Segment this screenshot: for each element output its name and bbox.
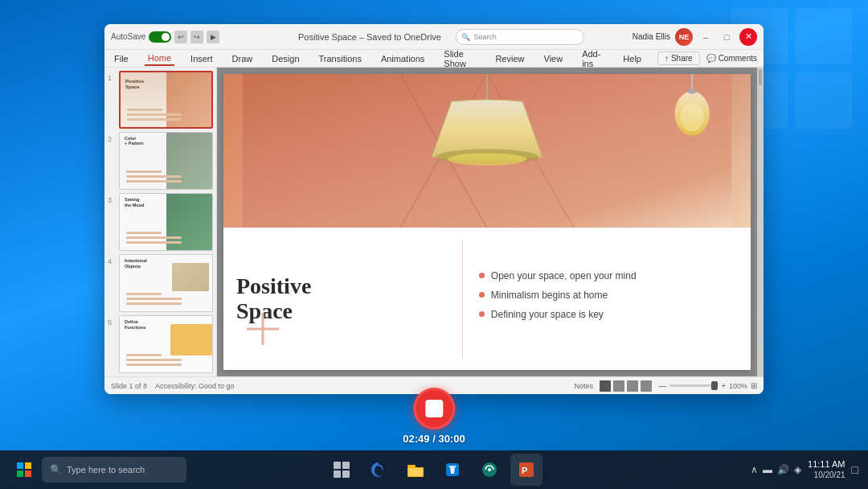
- slide-num-4: 4: [108, 257, 116, 265]
- bullet-text-3: Defining your space is key: [491, 309, 604, 320]
- slide-view: Positive Space: [217, 68, 764, 376]
- tab-file[interactable]: File: [111, 52, 132, 65]
- notes-button[interactable]: Notes: [575, 382, 594, 390]
- slide-thumbnail-1[interactable]: PositiveSpace: [119, 71, 213, 129]
- svg-rect-20: [25, 471, 31, 477]
- desktop: AutoSave ↩ ↪ ▶ Positive Space – Saved to…: [0, 0, 868, 489]
- slide-scrollbar[interactable]: [757, 68, 764, 376]
- slide-photo: [223, 74, 751, 228]
- slide-thumb-3[interactable]: 3 Settingthe Mood: [108, 193, 213, 251]
- tab-insert[interactable]: Insert: [187, 52, 216, 65]
- window-title: Positive Space – Saved to OneDrive: [284, 32, 457, 42]
- system-clock[interactable]: 11:11 AM 10/20/21: [808, 459, 845, 479]
- volume-icon[interactable]: ◈: [794, 464, 801, 475]
- slide-thumb-5[interactable]: 5 DefineFunctions: [108, 315, 213, 373]
- chevron-up-icon[interactable]: ∧: [751, 464, 758, 475]
- reading-view-icon[interactable]: [641, 380, 652, 392]
- taskbar-store[interactable]: [436, 454, 469, 486]
- zoom-in-icon[interactable]: +: [721, 381, 726, 390]
- clock-date: 10/20/21: [808, 471, 845, 480]
- minimize-button[interactable]: –: [698, 29, 714, 45]
- tab-view[interactable]: View: [541, 52, 567, 65]
- slide-thumbnail-4[interactable]: IntentionalObjects: [119, 254, 213, 312]
- close-button[interactable]: ✕: [739, 28, 757, 46]
- slide-thumbnail-3[interactable]: Settingthe Mood: [119, 193, 213, 251]
- svg-rect-24: [342, 471, 350, 478]
- tab-slideshow[interactable]: Slide Show: [440, 47, 479, 70]
- slide-thumb-1[interactable]: 1 PositiveSpace: [108, 71, 213, 129]
- main-area: 1 PositiveSpace 2: [104, 68, 764, 376]
- system-tray: ∧ ▬ 🔊 ◈: [751, 464, 801, 475]
- slide-thumb-2[interactable]: 2 Color+ Pattern: [108, 132, 213, 190]
- comments-button[interactable]: 💬 Comments: [706, 54, 757, 63]
- svg-rect-27: [408, 468, 423, 476]
- svg-point-13: [687, 89, 697, 94]
- redo-icon[interactable]: ↪: [190, 31, 203, 43]
- zoom-slider[interactable]: [669, 384, 718, 387]
- svg-point-14: [680, 103, 703, 131]
- record-timer: 02:49 / 30:00: [403, 433, 465, 445]
- slide-num-3: 3: [108, 196, 116, 204]
- taskbar-search-placeholder: Type here to search: [67, 465, 145, 475]
- tab-help[interactable]: Help: [620, 52, 645, 65]
- title-bar: AutoSave ↩ ↪ ▶ Positive Space – Saved to…: [104, 24, 764, 50]
- tab-addins[interactable]: Add-ins: [579, 47, 607, 70]
- undo-icon[interactable]: ↩: [174, 31, 187, 43]
- slide1-thumb-title: PositiveSpace: [125, 79, 144, 90]
- svg-text:P: P: [522, 466, 527, 475]
- taskbar-powerpoint[interactable]: P: [510, 454, 542, 486]
- svg-rect-18: [25, 462, 31, 469]
- tab-home[interactable]: Home: [145, 51, 174, 66]
- title-bar-right: Nadia Ellis NE – □ ✕: [584, 28, 757, 46]
- svg-rect-22: [342, 462, 350, 469]
- slide-thumbnail-5[interactable]: DefineFunctions: [119, 315, 213, 373]
- title-bar-left: AutoSave ↩ ↪ ▶: [111, 31, 284, 43]
- svg-point-30: [488, 468, 491, 471]
- slide5-thumb-title: DefineFunctions: [125, 319, 145, 330]
- bullet-dot-3: [479, 311, 485, 317]
- zoom-level: 100%: [729, 382, 747, 390]
- share-button[interactable]: ↑ Share: [657, 51, 700, 65]
- tab-animations[interactable]: Animations: [378, 52, 428, 65]
- maximize-button[interactable]: □: [719, 29, 735, 45]
- tab-transitions[interactable]: Transitions: [316, 52, 365, 65]
- toolbar-icons: ↩ ↪ ▶: [174, 31, 219, 43]
- taskbar-edge2[interactable]: [473, 454, 506, 486]
- record-button[interactable]: [413, 388, 455, 429]
- zoom-bar: — + 100% ⊞: [658, 381, 757, 390]
- taskbar-search-icon: 🔍: [50, 464, 62, 475]
- network-icon[interactable]: ▬: [763, 464, 772, 475]
- tab-design[interactable]: Design: [268, 52, 302, 65]
- taskbar-taskview[interactable]: [326, 454, 358, 486]
- start-button[interactable]: [10, 455, 39, 484]
- slide-title-area: Positive Space: [236, 236, 462, 362]
- zoom-out-icon[interactable]: —: [658, 381, 666, 390]
- speaker-icon[interactable]: 🔊: [777, 464, 789, 475]
- autosave-toggle[interactable]: [149, 31, 171, 43]
- recording-overlay: 02:49 / 30:00: [403, 388, 465, 445]
- notifications-icon[interactable]: □: [852, 463, 858, 476]
- slide-sorter-icon[interactable]: [627, 380, 638, 392]
- slide-panel: 1 PositiveSpace 2: [104, 68, 217, 376]
- bullet-dot-2: [479, 292, 485, 298]
- normal-view-icon[interactable]: [600, 380, 611, 392]
- tab-review[interactable]: Review: [492, 52, 527, 65]
- slide-thumbnail-2[interactable]: Color+ Pattern: [119, 132, 213, 190]
- slide-thumb-4[interactable]: 4 IntentionalObjects: [108, 254, 213, 312]
- record-stop-icon: [425, 400, 443, 417]
- svg-rect-1: [796, 8, 852, 64]
- present-icon[interactable]: ▶: [207, 31, 219, 43]
- taskbar-explorer[interactable]: [399, 454, 432, 486]
- outline-view-icon[interactable]: [613, 380, 624, 392]
- svg-point-10: [448, 153, 526, 166]
- comment-icon: 💬: [706, 54, 716, 63]
- fit-icon[interactable]: ⊞: [751, 381, 757, 390]
- search-bar[interactable]: 🔍 Search: [456, 29, 584, 45]
- slide-title-line1: Positive: [236, 273, 311, 298]
- svg-rect-21: [334, 462, 341, 469]
- taskbar-search-bar[interactable]: 🔍 Type here to search: [42, 457, 186, 483]
- slide-num-2: 2: [108, 135, 116, 143]
- taskbar-edge[interactable]: [362, 454, 395, 486]
- taskbar-center: P: [326, 454, 542, 486]
- tab-draw[interactable]: Draw: [229, 52, 256, 65]
